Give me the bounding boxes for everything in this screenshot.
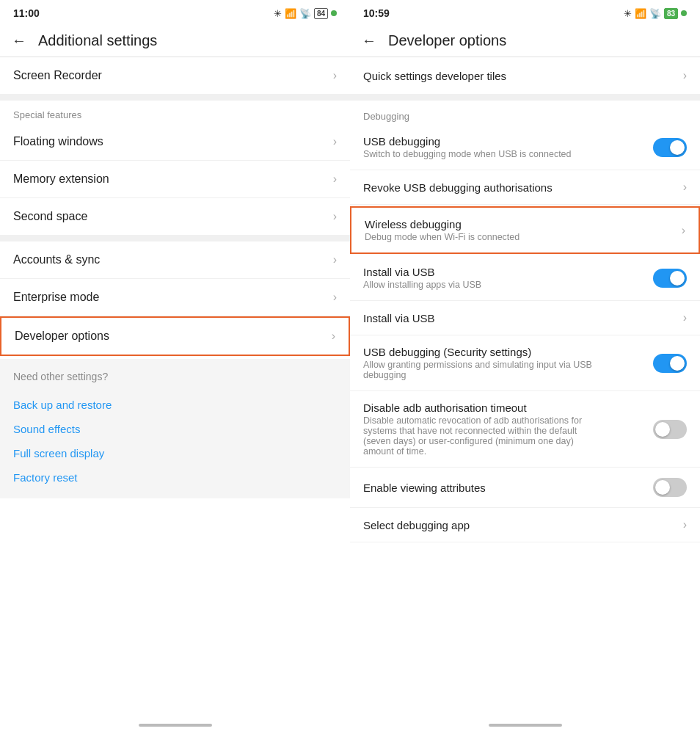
right-back-button[interactable]: ← [362, 32, 376, 49]
install-via-usb-toggle-text: Install via USB Allow installing apps vi… [363, 266, 481, 290]
right-signal-icon: 📶 [635, 8, 646, 19]
select-debugging-app-text: Select debugging app [363, 519, 470, 531]
right-home-bar [489, 724, 562, 727]
usb-debugging-security-text: USB debugging (Security settings) Allow … [363, 346, 598, 380]
left-settings-list: Screen Recorder › Special features Float… [0, 57, 350, 716]
left-status-bar: 11:00 ✳ 📶 📡 84 [0, 0, 350, 23]
second-space-chevron: › [333, 210, 337, 223]
dev-settings-list: Quick settings developer tiles › Debuggi… [350, 57, 700, 716]
right-bottom-bar [350, 716, 700, 734]
left-status-icons: ✳ 📶 📡 84 [274, 8, 337, 19]
screen-recorder-item[interactable]: Screen Recorder › [0, 57, 350, 95]
enterprise-mode-chevron: › [333, 291, 337, 304]
right-bluetooth-icon: ✳ [624, 8, 632, 19]
disable-adb-timeout-toggle[interactable] [653, 420, 687, 439]
select-debugging-app-item[interactable]: Select debugging app › [350, 508, 700, 542]
right-status-icons: ✳ 📶 📡 83 [624, 8, 687, 19]
usb-debugging-text: USB debugging Switch to debugging mode w… [363, 135, 572, 159]
right-charging-dot [681, 10, 687, 16]
other-settings-section: Need other settings? Back up and restore… [0, 359, 350, 498]
left-time: 11:00 [13, 7, 40, 19]
wifi-icon: 📡 [299, 8, 311, 19]
enterprise-mode-item[interactable]: Enterprise mode › [0, 279, 350, 316]
accounts-sync-item[interactable]: Accounts & sync › [0, 241, 350, 279]
revoke-usb-text: Revoke USB debugging authorisations [363, 181, 553, 194]
sound-effects-link[interactable]: Sound effects [13, 417, 337, 441]
usb-debugging-toggle[interactable] [653, 138, 687, 157]
memory-extension-item[interactable]: Memory extension › [0, 161, 350, 198]
wireless-debugging-text: Wireless debugging Debug mode when Wi-Fi… [365, 218, 519, 242]
right-page-title: Developer options [388, 32, 506, 49]
install-via-usb-toggle[interactable] [653, 269, 687, 288]
usb-debugging-security-item[interactable]: USB debugging (Security settings) Allow … [350, 335, 700, 391]
left-home-bar [139, 724, 212, 727]
install-via-usb-chevron: › [683, 311, 687, 324]
quick-settings-chevron: › [683, 69, 687, 82]
other-settings-title: Need other settings? [13, 371, 337, 382]
developer-options-item[interactable]: Developer options › [0, 316, 350, 356]
right-panel: 10:59 ✳ 📶 📡 83 ← Developer options Quick… [350, 0, 700, 734]
disable-adb-timeout-text: Disable adb authorisation timeout Disabl… [363, 401, 644, 457]
usb-debugging-security-toggle[interactable] [653, 354, 687, 373]
bluetooth-icon: ✳ [274, 8, 282, 19]
floating-windows-chevron: › [333, 135, 337, 148]
accounts-sync-chevron: › [333, 253, 337, 266]
wireless-debugging-chevron: › [682, 224, 685, 237]
select-debugging-app-chevron: › [683, 518, 687, 531]
enable-viewing-attributes-text: Enable viewing attributes [363, 482, 486, 494]
memory-extension-chevron: › [333, 172, 337, 186]
left-panel: 11:00 ✳ 📶 📡 84 ← Additional settings Scr… [0, 0, 350, 734]
usb-debugging-item[interactable]: USB debugging Switch to debugging mode w… [350, 125, 700, 170]
revoke-usb-item[interactable]: Revoke USB debugging authorisations › [350, 170, 700, 205]
second-space-item[interactable]: Second space › [0, 198, 350, 236]
install-via-usb-chevron-text: Install via USB [363, 312, 435, 324]
section-divider-1 [0, 95, 350, 101]
left-top-bar: ← Additional settings [0, 23, 350, 57]
left-back-button[interactable]: ← [12, 32, 26, 49]
install-via-usb-toggle-item[interactable]: Install via USB Allow installing apps vi… [350, 255, 700, 301]
enable-viewing-attributes-toggle[interactable] [653, 478, 687, 497]
charging-dot [331, 10, 337, 16]
right-time: 10:59 [363, 7, 390, 19]
developer-options-chevron: › [332, 330, 335, 343]
left-bottom-bar [0, 716, 350, 734]
right-status-bar: 10:59 ✳ 📶 📡 83 [350, 0, 700, 23]
screen-recorder-chevron: › [333, 69, 337, 82]
floating-windows-item[interactable]: Floating windows › [0, 123, 350, 161]
signal-icon: 📶 [285, 8, 296, 19]
disable-adb-timeout-item[interactable]: Disable adb authorisation timeout Disabl… [350, 391, 700, 468]
debugging-section-label: Debugging [350, 101, 700, 125]
revoke-usb-chevron: › [683, 181, 687, 194]
quick-settings-tiles-item[interactable]: Quick settings developer tiles › [350, 57, 700, 95]
full-screen-display-link[interactable]: Full screen display [13, 441, 337, 465]
back-up-restore-link[interactable]: Back up and restore [13, 393, 337, 417]
right-section-divider [350, 95, 700, 101]
battery-icon: 84 [314, 8, 328, 19]
section-divider-2 [0, 236, 350, 241]
right-battery-icon: 83 [664, 8, 678, 19]
install-via-usb-chevron-item[interactable]: Install via USB › [350, 301, 700, 335]
left-page-title: Additional settings [38, 32, 157, 49]
wireless-debugging-item[interactable]: Wireless debugging Debug mode when Wi-Fi… [350, 206, 700, 254]
factory-reset-link[interactable]: Factory reset [13, 465, 337, 490]
special-features-label: Special features [0, 101, 350, 123]
right-top-bar: ← Developer options [350, 23, 700, 57]
right-wifi-icon: 📡 [649, 8, 661, 19]
enable-viewing-attributes-item[interactable]: Enable viewing attributes [350, 468, 700, 508]
